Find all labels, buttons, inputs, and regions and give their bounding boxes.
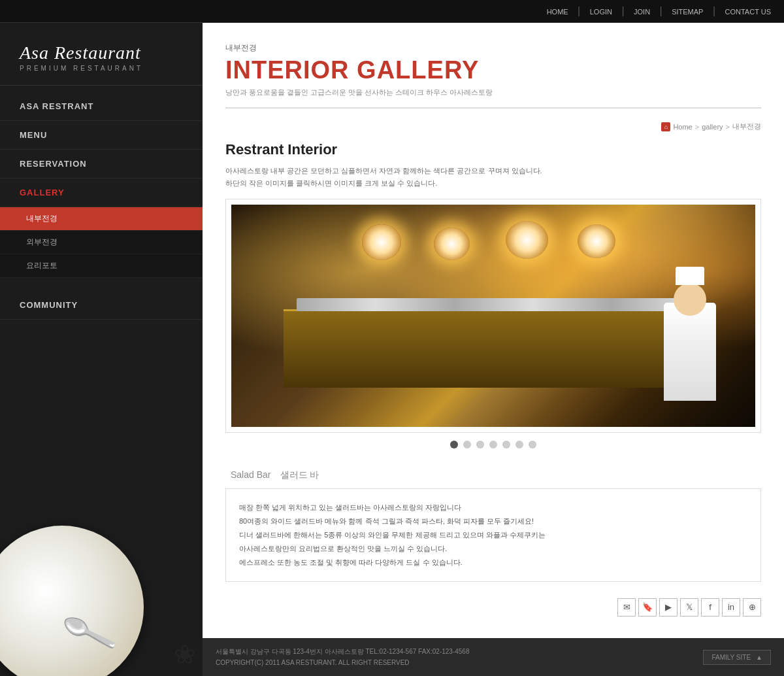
floral-decoration: ❀: [174, 639, 196, 669]
gallery-dot-6[interactable]: [515, 441, 523, 448]
nav-home[interactable]: HOME: [547, 8, 568, 16]
gallery-dot-1[interactable]: [450, 441, 458, 448]
social-rss[interactable]: ⊕: [743, 598, 761, 617]
footer-copyright: COPYRIGHT(C) 2011 ASA RESTURANT. ALL RIG…: [216, 657, 469, 668]
top-navigation: HOME | LOGIN | JOIN | SITEMAP | CONTACT …: [0, 0, 784, 23]
pendant-lamp-1: [362, 224, 401, 260]
social-video[interactable]: ▶: [659, 598, 678, 617]
social-facebook[interactable]: f: [701, 598, 719, 617]
sidebar-sub-exterior[interactable]: 외부전경: [0, 231, 203, 254]
footer-address: 서울특별시 강남구 다곡동 123-4번지 아사레스토랑 TEL:02-1234…: [216, 646, 469, 657]
logo-area: Asa Restaurant PREMIUM RESTAURANT: [0, 23, 203, 86]
breadcrumb-home[interactable]: Home: [673, 123, 692, 131]
social-linkedin[interactable]: in: [722, 598, 740, 617]
page-sub-title: 내부전경: [225, 42, 761, 54]
family-site-button[interactable]: FAMILY SITE ▲: [703, 650, 771, 665]
pendant-lamp-3: [506, 221, 548, 259]
page-header: 내부전경 INTERIOR GALLERY 낭만과 풍요로움을 곁들인 고급스러…: [225, 42, 761, 109]
salad-description: 매장 한쪽 넓게 위치하고 있는 샐러드바는 아사레스토랑의 자랑입니다 80여…: [225, 488, 761, 581]
sidebar-item-community[interactable]: COMMUNITY: [0, 291, 203, 320]
sidebar-item-asa-restrant[interactable]: ASA RESTRANT: [0, 92, 203, 121]
social-bar: ✉ 🔖 ▶ 𝕏 f in ⊕: [225, 592, 761, 617]
nav-contact[interactable]: CONTACT US: [725, 8, 772, 16]
section1-desc: 아사레스토랑 내부 공간은 모던하고 심플하면서 자연과 함께하는 색다른 공간…: [225, 165, 761, 189]
gallery-frame: [225, 199, 761, 433]
page-description: 낭만과 풍요로움을 곁들인 고급스러운 맛을 선사하는 스테이크 하우스 아사레…: [225, 88, 761, 97]
breadcrumb: ⌂ Home > gallery > 내부전경: [225, 122, 761, 131]
content-inner: 내부전경 INTERIOR GALLERY 낭만과 풍요로움을 곁들인 고급스러…: [203, 23, 784, 638]
nav-sitemap[interactable]: SITEMAP: [672, 8, 703, 16]
gallery-dot-7[interactable]: [529, 441, 536, 448]
nav-join[interactable]: JOIN: [634, 8, 650, 16]
gallery-submenu: 내부전경 외부전경 요리포토: [0, 207, 203, 278]
breadcrumb-current: 내부전경: [732, 122, 761, 131]
content-area: 내부전경 INTERIOR GALLERY 낭만과 풍요로움을 곁들인 고급스러…: [203, 23, 784, 676]
gallery-dot-4[interactable]: [489, 441, 497, 448]
site-footer: 서울특별시 강남구 다곡동 123-4번지 아사레스토랑 TEL:02-1234…: [203, 638, 784, 676]
footer-text: 서울특별시 강남구 다곡동 123-4번지 아사레스토랑 TEL:02-1234…: [216, 646, 469, 668]
social-bookmark[interactable]: 🔖: [638, 598, 657, 617]
salad-title: Salad Bar 샐러드 바: [225, 465, 761, 482]
gallery-dot-3[interactable]: [476, 441, 484, 448]
page-main-title: INTERIOR GALLERY: [225, 56, 761, 84]
gallery-dot-2[interactable]: [463, 441, 471, 448]
gallery-image[interactable]: [231, 205, 755, 427]
gallery-pagination: [225, 441, 761, 448]
gallery-dot-5[interactable]: [502, 441, 510, 448]
pendant-lamp-2: [434, 228, 470, 260]
dropdown-arrow-icon: ▲: [756, 654, 762, 661]
section1-title: Restrant Interior: [225, 141, 761, 158]
buffet-counter: [284, 309, 703, 388]
breadcrumb-gallery[interactable]: gallery: [702, 123, 723, 131]
main-wrapper: Asa Restaurant PREMIUM RESTAURANT ASA RE…: [0, 23, 784, 676]
site-subtitle: PREMIUM RESTAURANT: [20, 65, 183, 72]
home-icon: ⌂: [661, 122, 670, 131]
site-title: Asa Restaurant: [20, 42, 183, 63]
nav-login[interactable]: LOGIN: [590, 8, 612, 16]
salad-section: Salad Bar 샐러드 바 매장 한쪽 넓게 위치하고 있는 샐러드바는 아…: [225, 465, 761, 616]
pendant-lamp-4: [578, 224, 615, 258]
sidebar: Asa Restaurant PREMIUM RESTAURANT ASA RE…: [0, 23, 203, 676]
chef-figure: [664, 303, 716, 401]
sidebar-sub-interior[interactable]: 내부전경: [0, 207, 203, 231]
sidebar-item-reservation[interactable]: RESERVATION: [0, 150, 203, 178]
social-twitter[interactable]: 𝕏: [680, 598, 698, 617]
sidebar-item-gallery[interactable]: GALLERY: [0, 178, 203, 207]
sidebar-sub-food[interactable]: 요리포토: [0, 254, 203, 278]
sidebar-item-menu[interactable]: MENU: [0, 121, 203, 150]
sidebar-nav: ASA RESTRANT MENU RESERVATION GALLERY 내부…: [0, 92, 203, 320]
social-email[interactable]: ✉: [617, 598, 636, 617]
sidebar-decoration: 🥄 ❀: [0, 493, 203, 676]
